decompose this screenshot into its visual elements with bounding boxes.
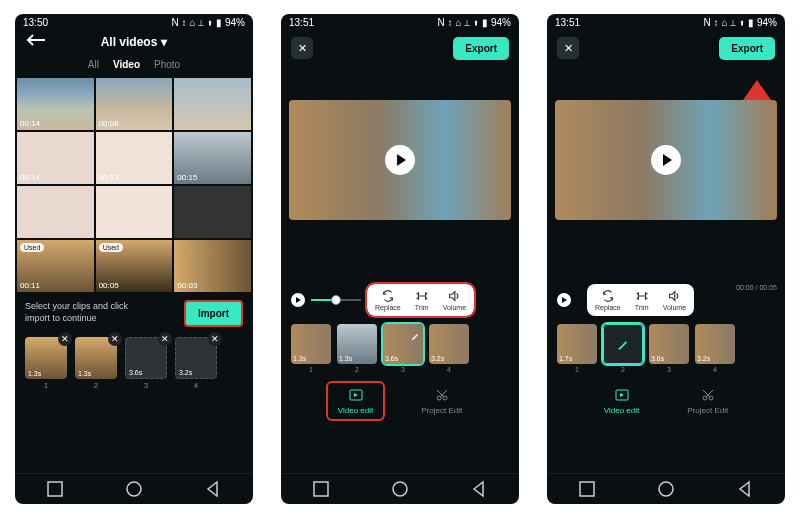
replace-tool[interactable]: Replace (375, 289, 401, 311)
phone-screen-3-export: 13:51 N ↕ ⌂ ⟂ ⬆ ▮ 94% ✕ Export 00:00 / 0… (547, 14, 785, 504)
timeline-clip[interactable]: 3.2s4 (429, 324, 469, 373)
svg-point-6 (393, 482, 407, 496)
status-battery: 94% (757, 17, 777, 28)
back-icon[interactable] (736, 480, 754, 498)
used-badge: Used (20, 243, 44, 252)
video-thumb[interactable]: Used 00:05 (96, 240, 173, 292)
timeline-clip[interactable]: 2 (603, 324, 643, 373)
tab-video-edit[interactable]: Video edit (328, 383, 383, 419)
android-navbar (281, 473, 519, 504)
timeline-clips: 1.3s1 1.3s2 3.6s3 3.2s4 (281, 316, 519, 375)
timeline-clip[interactable]: 3.6s3 (649, 324, 689, 373)
video-thumb[interactable] (174, 186, 251, 238)
video-thumb[interactable] (96, 186, 173, 238)
status-bar: 13:50 N ↕ ⌂ ⟂ ⬆ ▮ 94% (15, 14, 253, 29)
tab-all[interactable]: All (88, 59, 99, 70)
recent-apps-icon[interactable] (578, 480, 596, 498)
video-thumb[interactable] (174, 78, 251, 130)
tab-project-edit[interactable]: Project Edit (411, 383, 472, 419)
selected-clips-strip: 1.3s ✕ 1 1.3s ✕ 2 3.6s ✕ 3 3.2s ✕ 4 (15, 335, 253, 394)
tab-video[interactable]: Video (113, 59, 140, 70)
video-preview[interactable] (289, 100, 511, 220)
status-icons: N ↕ ⌂ ⟂ ⬆ (704, 17, 745, 28)
video-thumb[interactable]: 00:14 (17, 132, 94, 184)
android-navbar (15, 473, 253, 504)
timeline-clip[interactable]: 3.6s3 (383, 324, 423, 373)
volume-tool[interactable]: Volume (443, 289, 466, 311)
triptych: 13:50 N ↕ ⌂ ⟂ ⬆ ▮ 94% All videos ▾ All V… (15, 14, 785, 504)
video-thumb[interactable]: 00:13 (96, 132, 173, 184)
close-icon: ✕ (298, 42, 307, 55)
home-icon[interactable] (657, 480, 675, 498)
volume-tool[interactable]: Volume (663, 289, 686, 311)
svg-rect-5 (314, 482, 328, 496)
video-thumb[interactable] (17, 186, 94, 238)
status-battery: 94% (225, 17, 245, 28)
recent-apps-icon[interactable] (312, 480, 330, 498)
battery-icon: ▮ (748, 17, 754, 28)
video-thumb[interactable]: 00:14 (17, 78, 94, 130)
back-icon[interactable] (470, 480, 488, 498)
svg-rect-10 (580, 482, 594, 496)
remove-clip-icon[interactable]: ✕ (58, 332, 72, 346)
svg-point-11 (659, 482, 673, 496)
svg-point-1 (127, 482, 141, 496)
remove-clip-icon[interactable]: ✕ (208, 332, 222, 346)
android-navbar (547, 473, 785, 504)
status-time: 13:51 (289, 17, 314, 28)
timeline-clip[interactable]: 1.7s1 (557, 324, 597, 373)
chevron-down-icon: ▾ (161, 35, 167, 49)
video-thumb[interactable]: Used 00:11 (17, 240, 94, 292)
video-thumb[interactable]: 00:08 (96, 78, 173, 130)
replace-tool[interactable]: Replace (595, 289, 621, 311)
video-thumb[interactable]: 00:03 (174, 240, 251, 292)
close-icon: ✕ (564, 42, 573, 55)
timeline-clip[interactable]: 1.3s1 (291, 324, 331, 373)
status-time: 13:50 (23, 17, 48, 28)
gallery-source-dropdown[interactable]: All videos ▾ (101, 35, 168, 49)
tab-project-edit[interactable]: Project Edit (677, 383, 738, 419)
battery-icon: ▮ (482, 17, 488, 28)
trim-tool[interactable]: Trim (635, 289, 649, 311)
timeline-play-icon[interactable] (557, 293, 571, 307)
selected-clip[interactable]: 3.2s ✕ 4 (175, 337, 217, 390)
import-instruction: Select your clips and click import to co… (25, 301, 155, 324)
timeline-scrubber[interactable] (311, 299, 361, 301)
remove-clip-icon[interactable]: ✕ (158, 332, 172, 346)
trim-tool[interactable]: Trim (415, 289, 429, 311)
back-icon[interactable] (204, 480, 222, 498)
home-icon[interactable] (391, 480, 409, 498)
home-icon[interactable] (125, 480, 143, 498)
close-button[interactable]: ✕ (291, 37, 313, 59)
import-button[interactable]: Import (184, 300, 243, 327)
svg-rect-0 (48, 482, 62, 496)
selected-clip[interactable]: 1.3s ✕ 2 (75, 337, 117, 390)
status-bar: 13:51 N ↕ ⌂ ⟂ ⬆ ▮ 94% (547, 14, 785, 29)
video-thumb[interactable]: 00:15 (174, 132, 251, 184)
status-icons: N ↕ ⌂ ⟂ ⬆ (438, 17, 479, 28)
video-grid: 00:14 00:08 00:14 00:13 00:15 Used 00:11… (15, 78, 253, 292)
export-button[interactable]: Export (453, 37, 509, 60)
clip-tools-popup: Replace Trim Volume (367, 284, 474, 316)
recent-apps-icon[interactable] (46, 480, 64, 498)
status-time: 13:51 (555, 17, 580, 28)
timeline-clip[interactable]: 3.2s4 (695, 324, 735, 373)
back-arrow-icon[interactable] (25, 33, 47, 51)
status-bar: 13:51 N ↕ ⌂ ⟂ ⬆ ▮ 94% (281, 14, 519, 29)
remove-clip-icon[interactable]: ✕ (108, 332, 122, 346)
tab-photo[interactable]: Photo (154, 59, 180, 70)
used-badge: Used (99, 243, 123, 252)
timeline-play-icon[interactable] (291, 293, 305, 307)
tab-video-edit[interactable]: Video edit (594, 383, 649, 419)
timeline-clip[interactable]: 1.3s2 (337, 324, 377, 373)
selected-clip[interactable]: 1.3s ✕ 1 (25, 337, 67, 390)
close-button[interactable]: ✕ (557, 37, 579, 59)
battery-icon: ▮ (216, 17, 222, 28)
play-icon[interactable] (651, 145, 681, 175)
status-battery: 94% (491, 17, 511, 28)
export-button[interactable]: Export (719, 37, 775, 60)
phone-screen-1-gallery: 13:50 N ↕ ⌂ ⟂ ⬆ ▮ 94% All videos ▾ All V… (15, 14, 253, 504)
video-preview[interactable] (555, 100, 777, 220)
selected-clip[interactable]: 3.6s ✕ 3 (125, 337, 167, 390)
play-icon[interactable] (385, 145, 415, 175)
